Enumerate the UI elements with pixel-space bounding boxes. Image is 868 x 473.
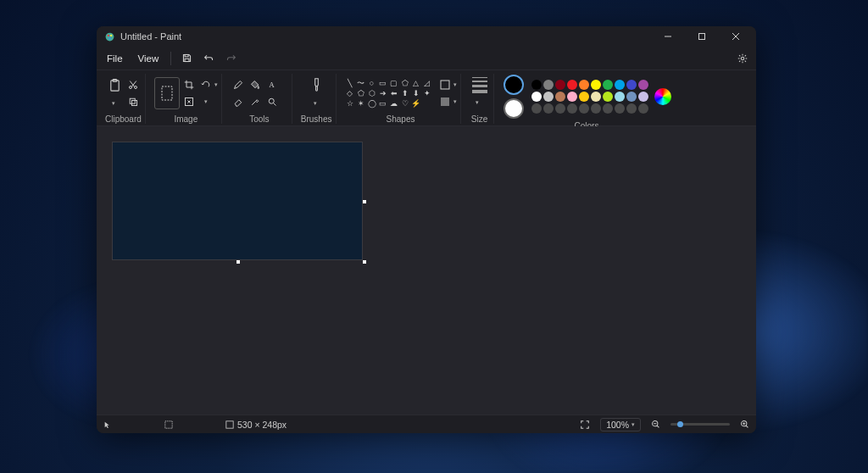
crop-button[interactable]: [181, 77, 197, 92]
color-swatch[interactable]: [531, 92, 542, 102]
color-swatch[interactable]: [626, 80, 637, 90]
zoom-in-button[interactable]: [740, 420, 749, 429]
color-swatch[interactable]: [603, 80, 613, 90]
color-picker-tool[interactable]: [248, 94, 263, 109]
size-dropdown[interactable]: ▾: [470, 95, 485, 110]
shape-star4[interactable]: ✦: [422, 89, 432, 98]
brush-tool[interactable]: [307, 75, 326, 94]
save-button[interactable]: [176, 48, 197, 69]
color-swatch[interactable]: [638, 92, 648, 102]
resize-handle-bottom[interactable]: [236, 260, 240, 264]
paste-dropdown[interactable]: ▾: [105, 96, 120, 111]
resize-button[interactable]: [181, 94, 197, 109]
zoom-out-button[interactable]: [651, 420, 660, 429]
color-swatch[interactable]: [603, 92, 613, 102]
shape-pentagon[interactable]: ⬠: [356, 89, 366, 98]
shape-arrow-u[interactable]: ⬆: [400, 89, 410, 98]
color-swatch[interactable]: [543, 92, 554, 102]
menu-view[interactable]: View: [131, 50, 166, 67]
color-swatch[interactable]: [615, 80, 625, 90]
color-swatch[interactable]: [555, 80, 565, 90]
settings-button[interactable]: [732, 48, 753, 69]
shape-polygon[interactable]: ⬠: [400, 79, 410, 88]
fill-tool[interactable]: [248, 77, 263, 92]
shape-outline-dropdown[interactable]: ▾: [453, 81, 457, 88]
eraser-tool[interactable]: [231, 94, 246, 109]
close-button[interactable]: [719, 26, 753, 47]
shape-diamond[interactable]: ◇: [345, 89, 355, 98]
color-swatch[interactable]: [591, 103, 601, 114]
shape-callout-cloud[interactable]: ☁: [389, 99, 399, 109]
color-swatch[interactable]: [591, 80, 601, 90]
shape-line[interactable]: ╲: [345, 79, 355, 88]
zoom-slider-thumb[interactable]: [677, 421, 683, 427]
shape-outline-button[interactable]: [437, 77, 453, 92]
color-swatch[interactable]: [579, 80, 589, 90]
shape-callout-round[interactable]: ◯: [367, 99, 377, 109]
minimize-button[interactable]: [651, 26, 685, 47]
shape-curve[interactable]: 〜: [356, 79, 366, 88]
shape-lightning[interactable]: ⚡: [411, 99, 421, 109]
paste-button[interactable]: [105, 75, 124, 94]
brush-dropdown[interactable]: ▾: [307, 96, 322, 111]
color-swatch[interactable]: [555, 103, 565, 114]
color-swatch[interactable]: [626, 92, 637, 102]
shape-fill-dropdown[interactable]: ▾: [453, 98, 457, 105]
pencil-tool[interactable]: [231, 77, 246, 92]
shape-hexagon[interactable]: ⬡: [367, 89, 377, 98]
color-swatch[interactable]: [531, 80, 542, 90]
fit-screen-button[interactable]: [580, 420, 590, 430]
canvas[interactable]: [112, 142, 363, 260]
zoom-combo[interactable]: 100% ▾: [600, 418, 641, 431]
select-dropdown[interactable]: ▾: [198, 94, 214, 109]
canvas-area[interactable]: [97, 126, 756, 415]
resize-handle-corner[interactable]: [363, 260, 366, 264]
color-swatch[interactable]: [567, 80, 577, 90]
shape-heart[interactable]: ♡: [400, 99, 410, 109]
rotate-dropdown[interactable]: ▾: [214, 81, 218, 88]
color1-well[interactable]: [504, 75, 524, 95]
color-swatch[interactable]: [591, 92, 601, 102]
shapes-gallery[interactable]: ╲ 〜 ○ ▭ ▢ ⬠ △ ◿ ◇ ⬠ ⬡ ➔ ⬅ ⬆ ⬇ ✦ ☆: [345, 79, 432, 109]
shape-fill-button[interactable]: [437, 94, 453, 109]
color-swatch[interactable]: [603, 103, 613, 114]
select-tool[interactable]: [154, 77, 180, 109]
color-swatch[interactable]: [567, 103, 577, 114]
color-swatch[interactable]: [567, 92, 577, 102]
shape-star6[interactable]: ✶: [356, 99, 366, 109]
color-swatch[interactable]: [626, 103, 637, 114]
zoom-slider[interactable]: [670, 423, 730, 426]
color-swatch[interactable]: [543, 80, 554, 90]
edit-colors-button[interactable]: [654, 88, 671, 105]
color-swatch[interactable]: [579, 103, 589, 114]
color-swatch[interactable]: [615, 92, 625, 102]
color-swatch[interactable]: [579, 92, 589, 102]
color-swatch[interactable]: [543, 103, 554, 114]
undo-button[interactable]: [198, 48, 219, 69]
shape-callout-rect[interactable]: ▭: [378, 99, 388, 109]
rotate-button[interactable]: [198, 77, 214, 92]
shape-rect[interactable]: ▭: [378, 79, 388, 88]
color2-well[interactable]: [504, 98, 524, 119]
resize-handle-right[interactable]: [363, 200, 366, 203]
color-swatch[interactable]: [615, 103, 625, 114]
cut-button[interactable]: [125, 77, 141, 92]
shape-triangle[interactable]: △: [411, 79, 421, 88]
shape-arrow-r[interactable]: ➔: [378, 89, 388, 98]
copy-button[interactable]: [125, 94, 141, 109]
color-swatch[interactable]: [531, 103, 542, 114]
maximize-button[interactable]: [685, 26, 719, 47]
color-swatch[interactable]: [638, 80, 648, 90]
shape-roundrect[interactable]: ▢: [389, 79, 399, 88]
shape-right-triangle[interactable]: ◿: [422, 79, 432, 88]
shape-oval[interactable]: ○: [367, 79, 377, 88]
text-tool[interactable]: A: [264, 77, 280, 92]
menu-file[interactable]: File: [100, 50, 130, 67]
color-swatch[interactable]: [638, 103, 648, 114]
redo-button[interactable]: [220, 48, 241, 69]
shape-star5[interactable]: ☆: [345, 99, 355, 109]
shape-arrow-d[interactable]: ⬇: [411, 89, 421, 98]
shape-arrow-l[interactable]: ⬅: [389, 89, 399, 98]
size-button[interactable]: [470, 77, 490, 93]
color-swatch[interactable]: [555, 92, 565, 102]
